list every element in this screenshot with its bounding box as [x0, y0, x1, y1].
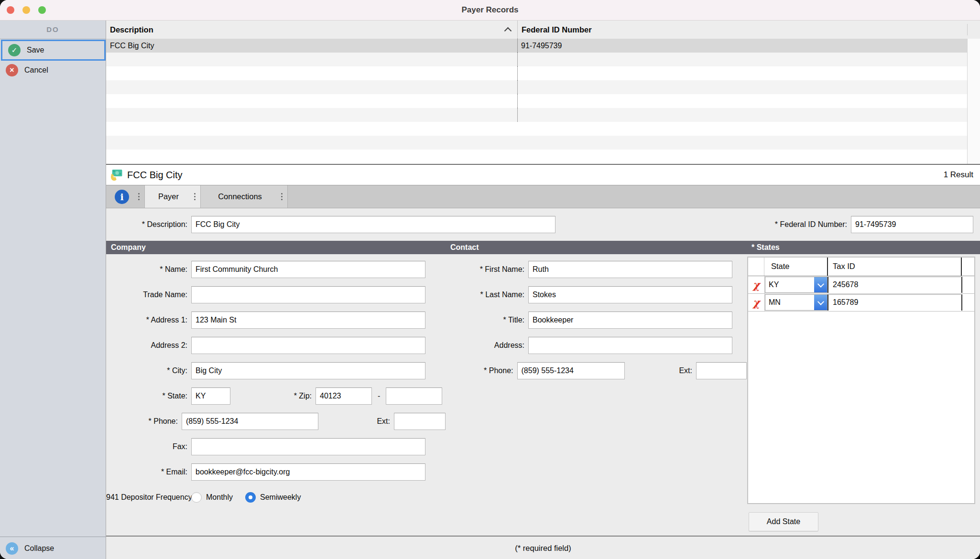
sort-ascending-icon[interactable]: [504, 27, 512, 34]
email-label: * Email:: [106, 468, 187, 476]
tax-id-input[interactable]: 165789: [828, 294, 962, 311]
result-count: 1 Result: [944, 170, 973, 180]
zip-input[interactable]: [316, 387, 372, 405]
state-label: * State:: [106, 392, 187, 400]
payer-results-table: Description Federal ID Number FCC Big Ci…: [106, 21, 980, 164]
radio-semiweekly-circle-icon[interactable]: [245, 492, 256, 503]
table-row[interactable]: FCC Big City 91-7495739: [106, 39, 980, 53]
info-icon: i: [115, 190, 129, 204]
contact-title-label: * Title:: [446, 316, 524, 324]
company-ext-label: Ext:: [318, 417, 390, 426]
window-title: Payer Records: [0, 5, 980, 15]
tab-payer[interactable]: Payer: [144, 185, 201, 208]
cell-federal-id: 91-7495739: [517, 39, 980, 53]
empty-table-row: [106, 108, 980, 122]
sidebar-spacer: [0, 80, 106, 537]
required-field-note: (* required field): [515, 544, 571, 553]
payer-records-window: Payer Records DO ✓ Save × Cancel « Colla…: [0, 0, 980, 559]
contact-ext-input[interactable]: [696, 362, 747, 379]
delete-state-icon: χ: [753, 297, 760, 308]
cancel-button[interactable]: × Cancel: [0, 61, 106, 80]
first-name-input[interactable]: [528, 261, 732, 278]
delete-state-button[interactable]: χ: [748, 276, 765, 293]
cell-description: FCC Big City: [106, 39, 517, 53]
states-table: State Tax ID χ KY 245678 χ: [747, 257, 975, 504]
record-detail-header: FCC Big City 1 Result: [106, 165, 980, 185]
contact-phone-label: * Phone:: [446, 366, 513, 375]
column-header-description[interactable]: Description: [106, 21, 517, 39]
city-input[interactable]: [191, 362, 425, 379]
contact-phone-input[interactable]: [517, 362, 625, 379]
company-phone-input[interactable]: [182, 413, 318, 430]
tab-grip-dots-icon[interactable]: [136, 192, 142, 201]
company-ext-input[interactable]: [394, 413, 446, 430]
tab-connections[interactable]: Connections: [201, 185, 288, 208]
state-select[interactable]: KY: [765, 277, 828, 293]
state-input[interactable]: [191, 387, 230, 405]
empty-table-row: [106, 53, 980, 66]
form-footer: (* required field): [106, 536, 980, 559]
state-select-dropdown-button[interactable]: [814, 277, 827, 292]
radio-monthly-circle-icon[interactable]: [191, 492, 202, 503]
email-input[interactable]: [191, 463, 425, 481]
collapse-sidebar-button[interactable]: « Collapse: [0, 537, 106, 559]
states-section-header: * States: [747, 241, 980, 254]
add-state-button[interactable]: Add State: [749, 512, 818, 531]
depositor-frequency-group: Monthly Semiweekly: [191, 492, 301, 503]
state-row: χ KY 245678: [748, 276, 974, 294]
tab-grip-dots-icon[interactable]: [279, 192, 284, 201]
description-input[interactable]: [191, 216, 555, 233]
state-row: χ MN 165789: [748, 294, 974, 312]
radio-semiweekly[interactable]: Semiweekly: [245, 492, 301, 503]
federal-id-input[interactable]: [851, 216, 973, 233]
contact-section: * First Name: * Last Name: * Title: Addr…: [446, 254, 747, 536]
states-header-taxid: Tax ID: [827, 258, 962, 276]
company-section: * Name: Trade Name: * Address 1: Address…: [106, 254, 446, 536]
sidebar-header: DO: [0, 21, 106, 39]
first-name-label: * First Name:: [446, 265, 524, 274]
trade-name-label: Trade Name:: [106, 290, 187, 299]
description-row: * Description: * Federal ID Number:: [106, 208, 980, 241]
address1-label: * Address 1:: [106, 316, 187, 324]
address2-label: Address 2:: [106, 341, 187, 350]
radio-monthly[interactable]: Monthly: [191, 492, 233, 503]
federal-id-label: * Federal ID Number:: [775, 220, 847, 229]
address2-input[interactable]: [191, 337, 425, 354]
chevron-down-icon: [817, 298, 824, 305]
tab-info[interactable]: i: [106, 185, 144, 208]
delete-state-button[interactable]: χ: [748, 294, 765, 311]
states-section: State Tax ID χ KY 245678 χ: [747, 254, 980, 536]
title-bar: Payer Records: [0, 0, 980, 21]
company-section-header: Company: [106, 241, 446, 254]
city-label: * City:: [106, 366, 187, 375]
zip-plus4-input[interactable]: [386, 387, 442, 405]
empty-table-row: [106, 80, 980, 94]
fax-input[interactable]: [191, 438, 425, 455]
save-check-icon: ✓: [8, 44, 21, 56]
empty-table-row: [106, 66, 980, 80]
results-table-body: FCC Big City 91-7495739: [106, 39, 980, 164]
results-scrollbar[interactable]: [967, 39, 980, 164]
tax-id-input[interactable]: 245678: [828, 277, 962, 293]
chevron-down-icon: [817, 280, 824, 287]
company-name-input[interactable]: [191, 261, 425, 278]
address1-input[interactable]: [191, 312, 425, 329]
state-select-dropdown-button[interactable]: [814, 295, 827, 310]
delete-state-icon: χ: [753, 280, 760, 290]
column-header-federal-id[interactable]: Federal ID Number: [517, 21, 967, 39]
section-header-bar: Company Contact * States: [106, 241, 980, 254]
detail-tab-bar: i Payer Connections: [106, 185, 980, 208]
zip-separator: -: [378, 392, 380, 400]
state-select[interactable]: MN: [765, 294, 828, 311]
contact-address-input[interactable]: [528, 337, 732, 354]
contact-title-input[interactable]: [528, 312, 732, 329]
payer-form: * Name: Trade Name: * Address 1: Address…: [106, 254, 980, 536]
depositor-frequency-label: 941 Depositor Frequency:: [106, 493, 187, 502]
tab-grip-dots-icon[interactable]: [192, 192, 197, 201]
last-name-input[interactable]: [528, 286, 732, 303]
trade-name-input[interactable]: [191, 286, 425, 303]
record-title: FCC Big City: [127, 170, 183, 181]
save-button[interactable]: ✓ Save: [1, 40, 106, 61]
states-header-icon-column: [748, 258, 764, 276]
empty-table-row: [106, 136, 980, 150]
